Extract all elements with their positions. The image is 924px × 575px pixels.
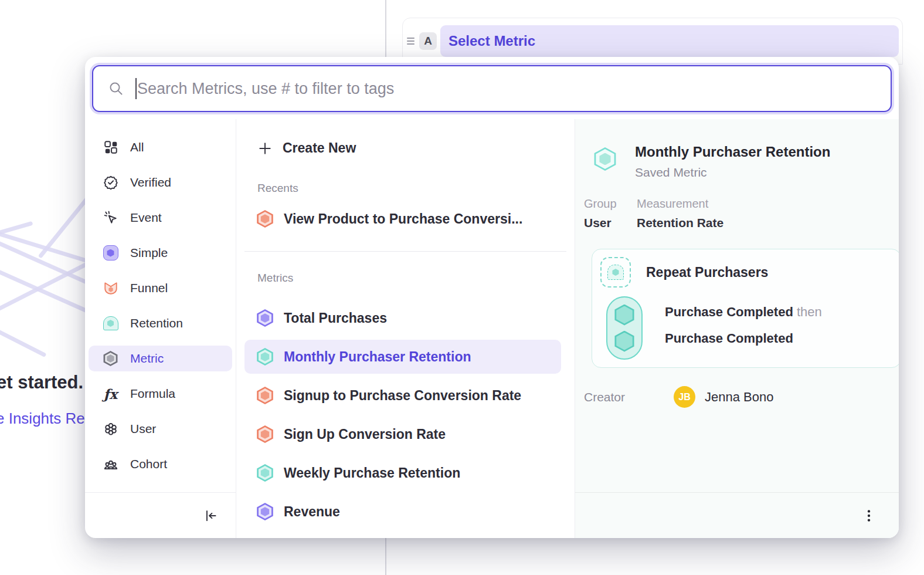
- hexagon-orange-icon: [256, 387, 274, 404]
- group-label: Group: [584, 197, 637, 211]
- sidebar-item-verified[interactable]: Verified: [89, 170, 232, 195]
- text-caret: [135, 78, 137, 99]
- retention-dashed-icon: [600, 257, 631, 288]
- select-metric-button[interactable]: Select Metric: [440, 25, 899, 57]
- sidebar-item-label: Formula: [130, 387, 175, 401]
- filter-sidebar: All Verified: [85, 119, 236, 538]
- measurement-value: Retention Rate: [637, 216, 723, 230]
- background-heading-fragment: et started.: [0, 372, 83, 393]
- background-chart-illustration: [0, 191, 87, 367]
- background-link-fragment[interactable]: e Insights Re: [0, 410, 85, 428]
- funnel-icon: [103, 280, 118, 296]
- sidebar-item-label: Event: [130, 211, 162, 225]
- sidebar-item-simple[interactable]: Simple: [89, 240, 232, 266]
- detail-footer: [575, 492, 899, 538]
- search-input[interactable]: [137, 80, 891, 98]
- detail-meta: Group User Measurement Retention Rate: [584, 197, 890, 230]
- metric-list-panel: Create New Recents View Product to Purch…: [236, 119, 575, 538]
- sidebar-item-formula[interactable]: ƒx Formula: [89, 381, 232, 407]
- hexagon-purple-icon: [256, 309, 274, 327]
- event-hexagon-icon: [614, 331, 635, 352]
- sidebar-item-funnel[interactable]: Funnel: [89, 275, 232, 301]
- sidebar-footer: [85, 492, 236, 538]
- sidebar-item-user[interactable]: User: [89, 416, 232, 442]
- creator-row: Creator JB Jenna Bono: [584, 386, 890, 408]
- detail-header: Monthly Purchaser Retention Saved Metric: [593, 144, 890, 180]
- measurement-label: Measurement: [637, 197, 723, 211]
- metric-item-label: Total Purchases: [284, 310, 387, 326]
- metric-item-total-purchases[interactable]: Total Purchases: [244, 301, 561, 335]
- simple-metric-icon: [103, 245, 118, 261]
- formula-fx-icon: ƒx: [103, 386, 118, 402]
- sidebar-item-label: User: [130, 422, 156, 436]
- step-2-event: Purchase Completed: [665, 331, 793, 346]
- step-connector: then: [797, 305, 822, 319]
- sidebar-item-metric[interactable]: Metric: [89, 346, 232, 371]
- sidebar-item-label: All: [130, 140, 144, 154]
- metric-item-label: Revenue: [284, 504, 340, 520]
- recent-metric-label: View Product to Purchase Conversi...: [284, 211, 522, 227]
- cohort-people-icon: [103, 456, 118, 472]
- search-box[interactable]: [92, 65, 892, 112]
- hexagon-teal-icon: [256, 348, 274, 366]
- detail-title: Monthly Purchaser Retention: [635, 144, 830, 160]
- grid-icon: [103, 140, 118, 155]
- definition-title: Repeat Purchasers: [646, 265, 768, 280]
- metric-item-monthly-purchaser-retention[interactable]: Monthly Purchaser Retention: [244, 340, 561, 374]
- metric-list: Total Purchases Monthly Purchaser Retent…: [236, 301, 575, 533]
- metric-item-label: Sign Up Conversion Rate: [284, 427, 446, 442]
- user-cluster-icon: [103, 421, 118, 437]
- series-a-badge: A: [419, 32, 437, 50]
- drag-handle-icon[interactable]: [407, 38, 415, 45]
- search-icon: [108, 81, 124, 96]
- hexagon-teal-icon: [256, 464, 274, 482]
- metric-hexagon-icon: [103, 351, 118, 367]
- section-divider: [244, 251, 566, 252]
- metric-item-sign-up-conversion-rate[interactable]: Sign Up Conversion Rate: [244, 417, 561, 451]
- recents-header: Recents: [257, 182, 575, 195]
- sidebar-item-retention[interactable]: Retention: [89, 310, 232, 336]
- hexagon-purple-icon: [256, 503, 274, 520]
- retention-arch-icon: [103, 316, 118, 332]
- select-metric-label: Select Metric: [449, 33, 535, 49]
- metric-item-label: Weekly Purchase Retention: [284, 465, 460, 481]
- metric-item-revenue[interactable]: Revenue: [244, 495, 561, 529]
- recent-metric-item[interactable]: View Product to Purchase Conversi...: [236, 210, 575, 228]
- creator-avatar: JB: [674, 386, 695, 408]
- sidebar-item-label: Verified: [130, 175, 171, 190]
- metric-item-label: Signup to Purchase Conversion Rate: [284, 388, 521, 404]
- sidebar-item-label: Funnel: [130, 281, 168, 295]
- sidebar-item-label: Cohort: [130, 457, 167, 471]
- event-hexagon-icon: [614, 305, 635, 326]
- step-1-event: Purchase Completed: [665, 305, 793, 319]
- group-value: User: [584, 216, 637, 230]
- hexagon-teal-icon: [593, 147, 617, 171]
- metric-item-label: Monthly Purchaser Retention: [284, 349, 471, 365]
- event-cursor-icon: [103, 210, 118, 226]
- metric-item-weekly-purchase-retention[interactable]: Weekly Purchase Retention: [244, 456, 561, 490]
- search-area: [85, 57, 899, 119]
- sidebar-item-event[interactable]: Event: [89, 205, 232, 231]
- event-steps-capsule: [606, 296, 643, 360]
- metric-definition-card: Repeat Purchasers Purchase Completed the…: [592, 249, 899, 368]
- overflow-menu-icon[interactable]: [861, 508, 877, 523]
- verified-badge-icon: [103, 175, 118, 191]
- detail-subtitle: Saved Metric: [635, 165, 830, 180]
- metric-picker-modal: All Verified: [85, 57, 899, 538]
- sidebar-item-all[interactable]: All: [89, 134, 232, 160]
- sidebar-item-label: Simple: [130, 246, 168, 260]
- sidebar-item-label: Metric: [130, 351, 164, 366]
- metric-item-signup-to-purchase-conversion-rate[interactable]: Signup to Purchase Conversion Rate: [244, 378, 561, 412]
- creator-name: Jenna Bono: [705, 390, 773, 405]
- create-new-label: Create New: [283, 140, 356, 156]
- hexagon-orange-icon: [256, 425, 274, 443]
- hexagon-orange-icon: [256, 210, 274, 228]
- sidebar-item-cohort[interactable]: Cohort: [89, 451, 232, 477]
- metric-detail-panel: Monthly Purchaser Retention Saved Metric…: [575, 119, 899, 538]
- metrics-header: Metrics: [257, 272, 575, 285]
- sidebar-item-label: Retention: [130, 316, 183, 330]
- plus-icon: [257, 141, 273, 156]
- collapse-sidebar-icon[interactable]: [203, 508, 219, 523]
- creator-label: Creator: [584, 390, 674, 404]
- create-new-button[interactable]: Create New: [257, 140, 575, 156]
